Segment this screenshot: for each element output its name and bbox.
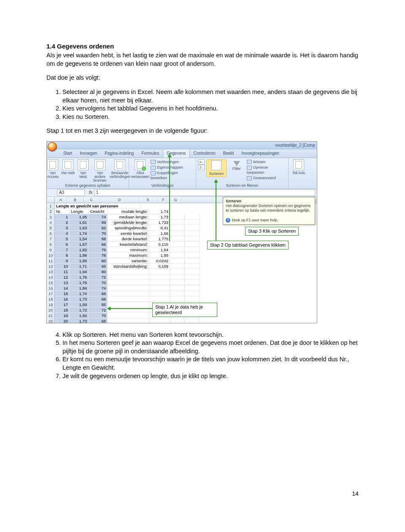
callout-step-1: Stap 1 Al je data heb je geselecteerd [152,303,217,317]
btn-van-access[interactable]: Van Access [46,159,60,183]
step-7: Je wilt de gegevens ordenen op lengte, d… [62,372,359,381]
btn-van-tekst[interactable]: Van tekst [76,159,90,183]
formula-input[interactable]: 1 [94,189,315,196]
step-6: Er komt nu een menuutje tevoorschijn waa… [62,355,359,372]
formula-bar: A3 fx 1 [47,189,317,197]
table-row[interactable]: 13 11 1,94 80 [47,269,317,274]
table-row[interactable]: 18 16 1,73 68 [47,296,317,302]
group-externe-gegevens: Van Access Van web Van tekst Van andere … [47,158,129,188]
figure-caption: Stap 1 tot en met 3 zijn weergegeven in … [46,127,359,135]
tab-beeld[interactable]: Beeld [219,149,238,158]
tab-start[interactable]: Start [59,149,76,158]
arrow-step-3 [216,182,216,241]
btn-wissen[interactable]: Wissen [247,159,286,164]
btn-opnieuw-toepassen[interactable]: Opnieuw toepassen [247,165,286,175]
intro-paragraph: Als je veel waarden hebt, is het lastig … [46,51,359,68]
step-3: Kies nu Sorteren. [62,113,359,121]
table-row[interactable]: 17 15 1,74 68 [47,291,317,296]
group-label: Externe gegevens ophalen [47,183,129,188]
table-row[interactable]: 22 20 1,73 68 [47,318,317,323]
btn-verbindingen[interactable]: Verbindingen [151,159,194,164]
table-row[interactable]: 12 10 1,71 65 standaardafwijking:0,109 [47,263,317,269]
arrow-step-2 [169,157,170,241]
tab-formules[interactable]: Formules [138,149,163,158]
sheet-title: Lengte en gewicht van personen [55,203,140,209]
name-box[interactable]: A3 [57,189,85,196]
tab-invoegtoepassingen[interactable]: Invoegtoepassingen [238,149,283,158]
group-tekst-kolommen: Tek kolo [289,158,309,188]
btn-van-andere-bronnen[interactable]: Van andere bronnen [91,159,109,183]
step-4: Klik op Sorteren. Het menu van Sorteren … [62,331,359,339]
steps-list-b: Klik op Sorteren. Het menu van Sorteren … [46,331,359,380]
ribbon: Van Access Van web Van tekst Van andere … [47,158,317,189]
office-button-icon[interactable] [48,142,57,151]
btn-geavanceerd[interactable]: Geavanceerd [247,175,286,180]
btn-sort-az-icon[interactable]: A↓ [198,159,205,165]
excel-screenshot: voorbeeldje_2 [Comp Start Invoegen Pagin… [46,141,317,323]
btn-filter[interactable]: Filter [227,159,246,171]
step-2: Kies vervolgens het tabblad Gegevens in … [62,105,359,113]
section-heading: 1.4 Gegevens ordenen [46,42,359,51]
title-bar: voorbeeldje_2 [Comp [47,142,317,149]
btn-van-web[interactable]: Van web [61,159,75,183]
callout-step-3: Stap 3 Klik op Sorteren [245,227,299,236]
btn-sorteren[interactable]: Sorteren [206,159,227,177]
funnel-icon [233,161,240,166]
help-icon [226,218,232,222]
group-verbindingen: Alles vernieuwen Verbindingen Eigenschap… [129,158,196,188]
group-label: Verbindingen [129,183,196,188]
table-row[interactable]: 11 9 1,66 60 variantie:0,0242 [47,258,317,263]
step-1: Selecteer al je gegevens in Excel. Neem … [62,88,359,105]
btn-alles-vernieuwen[interactable]: Alles vernieuwen [131,159,150,181]
page-number: 14 [46,490,359,498]
btn-koppelingen-bewerken[interactable]: Koppelingen bewerken [151,170,194,180]
btn-bestaande-verbindingen[interactable]: Bestaande verbindingen [110,159,130,183]
table-row[interactable]: 15 13 1,76 70 [47,280,317,285]
group-sorteren-filteren: A↓ Z↓ Sorteren Filter Wissen Opnieuw toe… [196,158,289,188]
steps-list-a: Selecteer al je gegevens in Excel. Neem … [46,88,359,121]
lead-in: Dat doe je als volgt: [46,74,359,82]
btn-eigenschappen[interactable]: Eigenschappen [151,165,194,170]
table-row[interactable]: 16 14 1,84 74 [47,285,317,291]
table-row[interactable]: 14 12 1,76 72 [47,274,317,280]
table-row[interactable]: 10 8 1,86 78 maximum:1,95 [47,253,317,258]
sorteren-tooltip: Sorteren Het dialoogvenster Sorteren ope… [223,197,315,225]
tab-gegevens[interactable]: Gegevens [163,149,190,158]
btn-tekst-kolommen[interactable]: Tek kolo [292,159,306,175]
group-label: Sorteren en filteren [196,183,288,188]
fx-icon[interactable]: fx [89,190,92,196]
arrow-step-1 [110,308,152,309]
window-title: voorbeeldje_2 [Comp [275,143,315,148]
tab-invoegen[interactable]: Invoegen [76,149,101,158]
ribbon-tabs: Start Invoegen Pagina-indeling Formules … [47,149,317,158]
step-5: In het menu Sorteren geef je aan waarop … [62,339,359,355]
tab-pagina-indeling[interactable]: Pagina-indeling [101,149,138,158]
callout-step-2: Stap 2 Op tabblad Gegevens klikken [207,241,289,250]
tab-controleren[interactable]: Controleren [190,149,219,158]
btn-sort-za-icon[interactable]: Z↓ [198,165,205,170]
